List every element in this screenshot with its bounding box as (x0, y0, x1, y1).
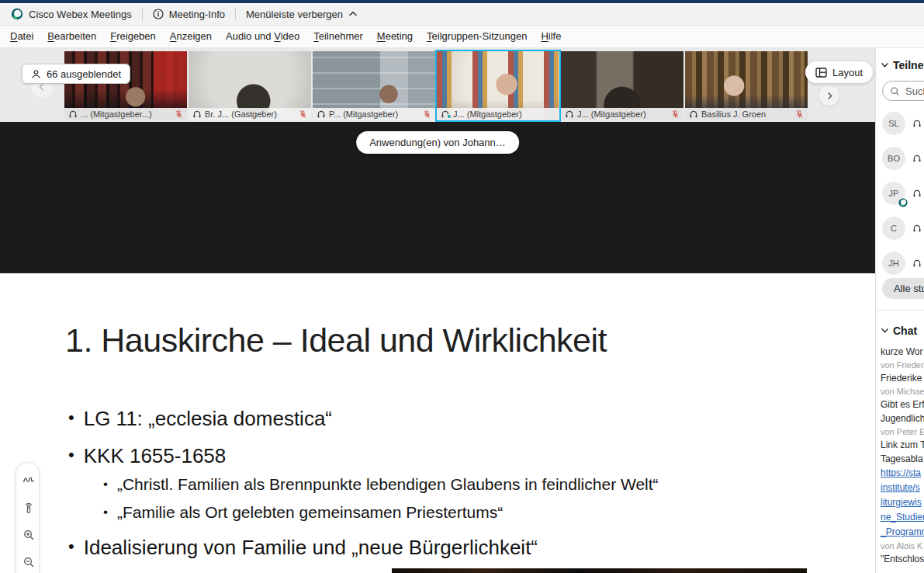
zoom-out-button[interactable] (16, 554, 40, 570)
video-thumbnail-2[interactable]: Br. J... (Gastgeber) (189, 51, 311, 120)
participant-name: ... (Mitgastgeber...) (81, 109, 171, 119)
participant-row-jp[interactable]: JP (882, 175, 922, 210)
thumbnail-name-bar: Br. J... (Gastgeber) (189, 108, 311, 120)
zoom-in-button[interactable] (16, 527, 40, 543)
headset-icon (912, 259, 922, 268)
headset-icon (912, 119, 922, 128)
webex-window: Cisco Webex Meetings Meeting-Info Menüle… (0, 0, 924, 573)
bullet-text: „Christl. Familien als Brennpunkte leben… (117, 475, 659, 494)
remote-control-button[interactable] (16, 500, 40, 516)
video-film-strip: 66 ausgeblendet ... (Mitgastgeber...)Br.… (0, 48, 875, 122)
layout-button[interactable]: Layout (805, 61, 873, 83)
participant-name: P... (Mitgastgeber) (329, 109, 420, 119)
slide-bullet: •LG 11: „ecclesia domestica“ (68, 407, 332, 431)
app-brand: Cisco Webex Meetings (11, 8, 132, 20)
participant-name: Basilius J. Groen (701, 109, 792, 119)
search-placeholder: Suchen (905, 85, 924, 97)
meeting-info-label: Meeting-Info (169, 9, 225, 20)
mic-muted-icon (299, 109, 307, 119)
shared-content-stage: Anwendung(en) von Johann… (0, 122, 875, 273)
avatar: BO (882, 147, 905, 170)
participant-search-input[interactable]: Suchen (882, 81, 924, 101)
menu-item-teilnehmer[interactable]: Teilnehmer (306, 26, 370, 47)
participant-name: J... (Mitgastgeber) (453, 109, 555, 119)
chat-message: kurze Wor (881, 345, 924, 359)
remote-control-icon (23, 502, 34, 514)
chat-message: Friederike (881, 371, 924, 385)
bullet-dot: • (68, 536, 74, 560)
menu-item-anzeigen[interactable]: Anzeigen (163, 26, 219, 47)
participant-row-bo[interactable]: BO (882, 141, 922, 175)
participant-row-jh[interactable]: JH (882, 245, 922, 280)
divider (235, 9, 236, 20)
webex-logo-icon (11, 8, 23, 20)
annotate-pen-button[interactable] (16, 472, 40, 488)
divider (142, 9, 143, 20)
participants-panel-header[interactable]: Teilnehmer (881, 59, 924, 71)
headset-icon (689, 109, 698, 119)
thumbnail-list: ... (Mitgastgeber...)Br. J... (Gastgeber… (64, 51, 808, 120)
menu-item-datei[interactable]: Datei (3, 26, 40, 47)
chevron-down-icon (881, 62, 889, 68)
hidden-participants-badge[interactable]: 66 ausgeblendet (22, 64, 130, 84)
bullet-text: Idealisierung von Familie und „neue Bürg… (84, 536, 538, 560)
bullet-dot: • (68, 407, 74, 431)
mic-muted-icon (175, 109, 183, 119)
headset-icon (192, 109, 202, 119)
zoom-in-icon (23, 530, 34, 540)
avatar: JP (882, 182, 905, 205)
hidden-participants-count: 66 ausgeblendet (47, 68, 121, 80)
scroll-thumbnails-right-button[interactable] (819, 85, 839, 106)
participants-panel-title: Teilnehmer (893, 59, 924, 71)
chat-link[interactable]: _Programm (881, 525, 924, 540)
participant-row-c[interactable]: C (882, 210, 922, 245)
video-thumbnail-3[interactable]: P... (Mitgastgeber) (313, 51, 435, 120)
chat-link[interactable]: https://sta (881, 466, 924, 481)
menu-item-freigeben[interactable]: Freigeben (103, 26, 163, 47)
chevron-right-icon (826, 92, 833, 100)
app-title: Cisco Webex Meetings (29, 9, 132, 20)
video-thumbnail-1[interactable]: ... (Mitgastgeber...) (64, 51, 187, 120)
slide-bullet: •Idealisierung von Familie und „neue Bür… (68, 536, 538, 560)
meeting-info-button[interactable]: Meeting-Info (153, 9, 225, 20)
chat-message: Tagesabla (881, 452, 924, 466)
speaking-indicator (447, 114, 452, 119)
video-thumbnail-5[interactable]: J... (Mitgastgeber) (561, 51, 683, 120)
menu-item-audio-und-video[interactable]: Audio und Video (219, 26, 306, 47)
hide-menubar-button[interactable]: Menüleiste verbergen (246, 9, 358, 20)
chat-link[interactable]: liturgiewis (881, 495, 924, 510)
chat-message: Jugendlich (881, 412, 924, 425)
participant-row-sl[interactable]: SL (882, 106, 922, 141)
bullet-text: LG 11: „ecclesia domestica“ (84, 407, 332, 431)
menu-item-bearbeiten[interactable]: Bearbeiten (40, 26, 103, 47)
mute-all-button[interactable]: Alle stummschalten (882, 278, 924, 299)
headset-icon (912, 154, 922, 163)
hide-menubar-label: Menüleiste verbergen (246, 9, 343, 20)
menu-item-meeting[interactable]: Meeting (370, 26, 420, 47)
slide-bullet: •KKK 1655-1658 (68, 444, 226, 468)
video-thumbnail-6[interactable]: Basilius J. Groen (685, 51, 808, 120)
slide-image-top-edge (392, 568, 807, 573)
zoom-out-icon (23, 557, 34, 568)
chat-panel-header[interactable]: Chat (881, 325, 917, 337)
layout-button-label: Layout (832, 67, 863, 78)
avatar: JH (882, 252, 905, 275)
headset-icon (912, 224, 922, 233)
side-panels: Teilnehmer Suchen SLBOJPCJH Alle stummsc… (875, 48, 924, 573)
menu-item-teilgruppen-sitzungen[interactable]: Teilgruppen-Sitzungen (420, 26, 534, 47)
video-thumbnail-4-active-speaker[interactable]: J... (Mitgastgeber) (437, 51, 559, 120)
user-icon (31, 69, 41, 79)
chat-link[interactable]: ne_Studien (881, 510, 924, 525)
chat-sender-meta: von Alois K (881, 540, 924, 552)
bullet-dot: • (103, 475, 108, 494)
sharing-indicator-label: Anwendung(en) von Johann… (369, 137, 506, 148)
headset-icon (912, 189, 922, 198)
annotation-toolbar (16, 462, 40, 573)
menu-item-hilfe[interactable]: Hilfe (534, 26, 568, 47)
avatar: C (882, 217, 905, 240)
sharing-indicator-pill[interactable]: Anwendung(en) von Johann… (356, 131, 519, 154)
thumbnail-name-bar: P... (Mitgastgeber) (313, 108, 435, 120)
chat-link[interactable]: institute/s (881, 481, 924, 495)
headset-icon (565, 109, 574, 119)
mic-muted-icon (423, 109, 431, 119)
